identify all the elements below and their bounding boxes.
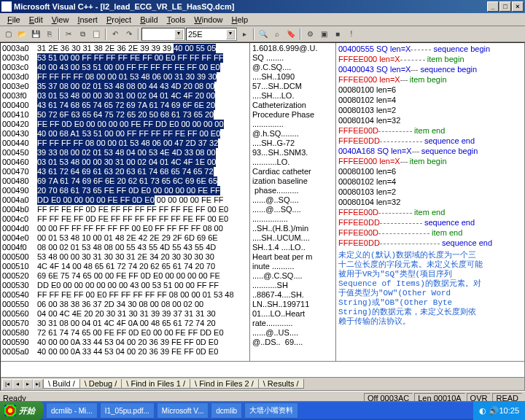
ascii-row[interactable]: ...........LO. [252, 158, 333, 167]
ascii-row[interactable]: ................ [252, 214, 333, 224]
maximize-button[interactable]: □ [499, 1, 511, 12]
tree-row[interactable]: 00400555 SQ len=X sequence begin [338, 44, 522, 54]
tab-find-in-files-1[interactable]: \ Find in Files 1 / [121, 379, 190, 389]
hex-row[interactable]: 000550 06 00 38 38 36 37 2D 34 30 08 00 … [2, 300, 248, 309]
hex-row[interactable]: 000490 20 70 68 61 73 65 FE FF 0D E0 00 … [2, 186, 248, 195]
taskbar-item[interactable]: dcmlib - Mi... [46, 402, 98, 419]
hex-row[interactable]: 0004c0 FF FF FE FF 0D FE FF FF FF FF FF … [2, 214, 248, 224]
config-combo[interactable]: ▾ [141, 28, 185, 41]
tree-row[interactable]: FFFEE0DD sequence end [338, 136, 522, 146]
tree-row[interactable]: FFFEE000 len=X item begin [338, 54, 522, 64]
ascii-row[interactable]: ....SH....LO. [252, 91, 333, 101]
menu-help[interactable]: Help [227, 15, 252, 25]
tab-nav-first[interactable]: |◂ [2, 379, 12, 389]
ascii-row[interactable]: ......@..US.... [252, 328, 333, 338]
find-icon[interactable]: 🔍 [257, 28, 270, 41]
tab-results[interactable]: \ Results / [258, 379, 304, 389]
hex-row[interactable]: 000570 30 31 08 00 04 01 4C 4F 0A 00 48 … [2, 319, 248, 328]
go-icon[interactable]: ▸ [238, 28, 251, 41]
ascii-row[interactable]: ...........SH [252, 281, 333, 290]
ascii-row[interactable]: 93...SH..SNM3. [252, 148, 333, 158]
hex-row[interactable]: 0005a0 40 00 00 0A 33 44 53 04 00 20 36 … [2, 347, 248, 357]
hex-row[interactable]: 000590 40 00 00 0A 33 44 53 04 00 20 36 … [2, 338, 248, 347]
ascii-row[interactable]: Catheterization [252, 101, 333, 110]
ascii-row[interactable]: LN..SH..199711 [252, 300, 333, 309]
go-debug-icon[interactable]: ! [345, 28, 358, 41]
hex-row[interactable]: 0003a0 31 2E 36 30 31 38 2E 36 2E 39 39 … [2, 44, 248, 53]
tree-row[interactable]: FFFEE000 len=X item begin [338, 74, 522, 85]
close-button[interactable]: × [512, 1, 524, 12]
taskbar-item[interactable]: dcmlib [211, 402, 242, 419]
tree-row[interactable]: 00080102 len=4 [338, 176, 522, 187]
tab-debug[interactable]: \ Debug / [79, 379, 122, 389]
ascii-row[interactable]: @.C.SQ.... [252, 63, 333, 72]
system-tray[interactable]: ◐ 🔊 10:25 [473, 401, 525, 420]
hex-row[interactable]: 0004a0 DD E0 00 00 00 00 FE FF 0D E0 00 … [2, 195, 248, 205]
hex-pane[interactable]: 0003a0 31 2E 36 30 31 38 2E 36 2E 39 39 … [1, 43, 250, 390]
tree-row[interactable]: FFFEE0DD sequence end [338, 217, 522, 228]
taskbar-item[interactable]: 大墙小嘴资料 [244, 402, 298, 419]
ascii-row[interactable]: ......@...SQ.... [252, 205, 333, 214]
compile-icon[interactable]: ⚙ [303, 28, 316, 41]
ascii-row[interactable]: ..8867-4....SH. [252, 290, 333, 300]
tree-row[interactable]: FFFEE00D item end [338, 228, 522, 238]
hex-row[interactable]: 0004b0 FF FF FE FF 0D FE FF FF FF FF FF … [2, 205, 248, 214]
minimize-button[interactable]: _ [487, 1, 499, 12]
ascii-row[interactable]: rate............ [252, 319, 333, 328]
ascii-row[interactable]: ....SH..1090 [252, 72, 333, 82]
hex-row[interactable]: 000560 04 00 4C 4E 20 20 30 31 30 31 39 … [2, 309, 248, 319]
open-icon[interactable]: 📂 [15, 28, 28, 41]
ascii-row[interactable]: 01....LO..Heart [252, 309, 333, 319]
taskbar-item[interactable]: Microsoft V... [157, 402, 209, 419]
menu-insert[interactable]: Insert [73, 15, 102, 25]
menu-project[interactable]: Project [102, 15, 136, 25]
ascii-row[interactable]: phase.......... [252, 186, 333, 195]
tree-row[interactable]: 00080103 len=2 [338, 187, 522, 197]
build-icon[interactable]: ▣ [317, 28, 330, 41]
hex-row[interactable]: 000400 43 61 74 68 65 74 65 72 69 7A 61 … [2, 101, 248, 110]
findfiles-icon[interactable]: ⌕ [271, 28, 284, 41]
ascii-row[interactable]: Cardiac catheter [252, 167, 333, 176]
hex-row[interactable]: 000580 72 61 74 74 65 00 FE FF 0D E0 00 … [2, 328, 248, 338]
hex-row[interactable]: 000480 69 7A 61 74 69 6F 6E 20 62 61 73 … [2, 176, 248, 186]
redo-icon[interactable]: ↷ [122, 28, 136, 41]
ascii-row[interactable]: 57...SH..DCM [252, 82, 333, 91]
tree-row[interactable]: 00080102 len=4 [338, 95, 522, 105]
hex-row[interactable]: 000410 50 72 6F 63 65 64 75 72 65 20 50 … [2, 110, 248, 120]
save-all-icon[interactable]: ⎘ [43, 28, 56, 41]
hex-row[interactable]: 000460 03 01 53 48 00 00 30 31 00 02 04 … [2, 158, 248, 167]
ascii-row[interactable]: ization baseline [252, 176, 333, 186]
hex-row[interactable]: 000500 53 48 00 00 30 31 30 30 31 2E 34 … [2, 252, 248, 262]
ascii-row[interactable]: ....SH..UCUM.... [252, 233, 333, 243]
ascii-row[interactable]: .....@.C.SQ.... [252, 271, 333, 281]
tab-nav-next[interactable]: ▸ [23, 379, 33, 389]
hex-row[interactable]: 000540 FF FF FE FF 00 E0 FF FF FF FF FF … [2, 290, 248, 300]
hex-row[interactable]: 0003f0 03 01 53 48 00 00 30 31 00 02 04 … [2, 91, 248, 101]
hex-row[interactable]: 000430 40 00 68 A1 53 51 00 00 FF FF FF … [2, 129, 248, 139]
tab-nav-last[interactable]: ▸| [33, 379, 43, 389]
tree-row[interactable]: FFFEE000 len=X item begin [338, 156, 522, 166]
hex-row[interactable]: 0003b0 53 51 00 00 FF FF FF FF FE FF 00 … [2, 53, 248, 63]
ascii-row[interactable]: @..DS.. 69.... [252, 338, 333, 347]
ascii-row[interactable]: ....SH..G-72 [252, 139, 333, 148]
ascii-row[interactable]: SQ ........ [252, 53, 333, 63]
new-icon[interactable]: ▢ [1, 28, 15, 41]
hex-row[interactable]: 000450 39 33 08 00 02 01 53 48 04 00 53 … [2, 148, 248, 158]
hex-row[interactable]: 000520 69 6E 75 74 65 00 00 FE FF 0D E0 … [2, 271, 248, 281]
hex-row[interactable]: 000440 FF FF FF FF 08 00 00 01 53 48 06 … [2, 139, 248, 148]
menu-view[interactable]: View [47, 15, 74, 25]
cut-icon[interactable]: ✂ [62, 28, 75, 41]
stop-icon[interactable]: ■ [331, 28, 344, 41]
tab-find-in-files-2[interactable]: \ Find in Files 2 / [190, 379, 259, 389]
hex-row[interactable]: 0003d0 FF FF FF FF 08 00 00 01 53 48 06 … [2, 72, 248, 82]
menu-file[interactable]: File [3, 15, 25, 25]
ascii-row[interactable]: .............. [252, 120, 333, 129]
hex-row[interactable]: 000420 FE FF 0D E0 00 00 00 00 FE FF DD … [2, 120, 248, 129]
tree-row[interactable]: 0040A168 SQ len=X sequence begin [338, 146, 522, 156]
menu-window[interactable]: Window [190, 15, 227, 25]
menu-bar[interactable]: FileEditViewInsertProjectBuildToolsWindo… [0, 13, 525, 26]
save-icon[interactable]: 💾 [29, 28, 42, 41]
bookmark-icon[interactable]: 🔖 [284, 28, 298, 41]
ascii-pane[interactable]: 1.6018.6.999@.U.SQ ........@.C.SQ.......… [250, 43, 336, 390]
hex-row[interactable]: 0004f0 08 00 02 01 53 48 08 00 55 43 55 … [2, 243, 248, 252]
